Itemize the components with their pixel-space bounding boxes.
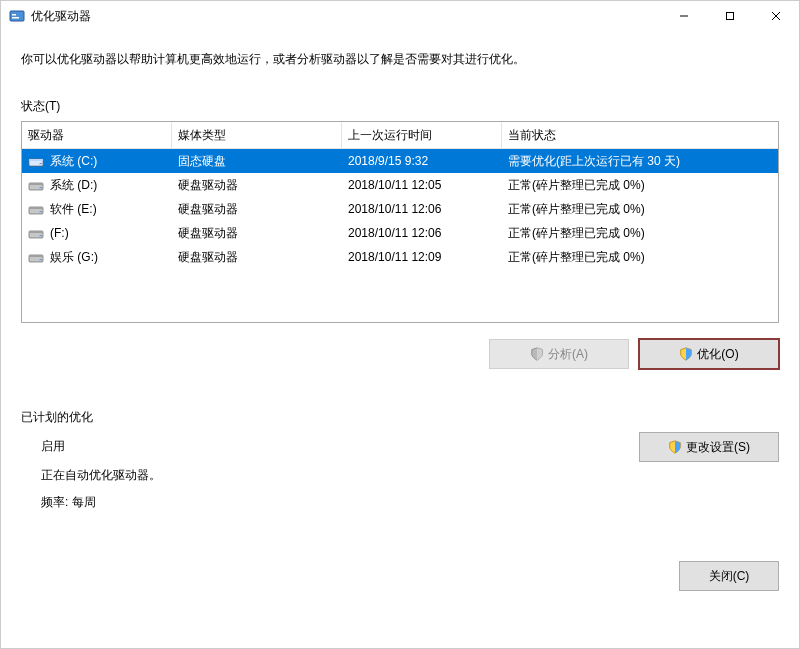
table-header: 驱动器 媒体类型 上一次运行时间 当前状态 (22, 122, 778, 149)
svg-rect-21 (40, 259, 43, 260)
optimize-button-label: 优化(O) (697, 346, 738, 363)
cell-drive: (F:) (22, 226, 172, 240)
drive-icon (28, 179, 44, 191)
cell-status: 正常(碎片整理已完成 0%) (502, 201, 778, 218)
cell-last-run: 2018/10/11 12:06 (342, 226, 502, 240)
cell-last-run: 2018/10/11 12:05 (342, 178, 502, 192)
cell-media: 固态硬盘 (172, 153, 342, 170)
window-controls (661, 1, 799, 31)
svg-rect-20 (29, 255, 43, 257)
schedule-frequency-text: 频率: 每周 (41, 494, 639, 511)
table-buttons: 分析(A) 优化(O) (21, 339, 779, 369)
cell-drive: 系统 (D:) (22, 177, 172, 194)
maximize-button[interactable] (707, 1, 753, 31)
svg-rect-8 (29, 159, 43, 161)
svg-rect-1 (12, 14, 16, 16)
footer: 关闭(C) (21, 511, 779, 591)
status-section-label: 状态(T) (21, 98, 779, 115)
drives-table: 驱动器 媒体类型 上一次运行时间 当前状态 系统 (C:)固态硬盘2018/9/… (21, 121, 779, 323)
drive-name-text: 娱乐 (G:) (50, 249, 98, 266)
table-row[interactable]: 软件 (E:)硬盘驱动器2018/10/11 12:06正常(碎片整理已完成 0… (22, 197, 778, 221)
cell-last-run: 2018/10/11 12:06 (342, 202, 502, 216)
cell-status: 正常(碎片整理已完成 0%) (502, 177, 778, 194)
drive-icon (28, 155, 44, 167)
drive-icon (28, 251, 44, 263)
cell-status: 需要优化(距上次运行已有 30 天) (502, 153, 778, 170)
analyze-button-label: 分析(A) (548, 346, 588, 363)
cell-last-run: 2018/9/15 9:32 (342, 154, 502, 168)
optimize-button[interactable]: 优化(O) (639, 339, 779, 369)
schedule-section-label: 已计划的优化 (21, 409, 779, 426)
svg-rect-2 (12, 17, 19, 19)
shield-icon (530, 347, 544, 361)
svg-rect-12 (40, 187, 43, 188)
schedule-enabled-label: 启用 (41, 438, 639, 455)
cell-drive: 软件 (E:) (22, 201, 172, 218)
drive-name-text: 系统 (D:) (50, 177, 97, 194)
drive-icon (28, 227, 44, 239)
svg-rect-18 (40, 235, 43, 236)
cell-status: 正常(碎片整理已完成 0%) (502, 249, 778, 266)
col-header-status[interactable]: 当前状态 (502, 122, 778, 148)
window: 优化驱动器 你可以优化驱动器以帮助计算机更高效地运行，或者分析驱动器以了解是否需… (0, 0, 800, 649)
cell-media: 硬盘驱动器 (172, 177, 342, 194)
col-header-last[interactable]: 上一次运行时间 (342, 122, 502, 148)
titlebar: 优化驱动器 (1, 1, 799, 31)
cell-last-run: 2018/10/11 12:09 (342, 250, 502, 264)
svg-rect-14 (29, 207, 43, 209)
table-row[interactable]: 娱乐 (G:)硬盘驱动器2018/10/11 12:09正常(碎片整理已完成 0… (22, 245, 778, 269)
shield-icon (668, 440, 682, 454)
col-header-media[interactable]: 媒体类型 (172, 122, 342, 148)
drive-icon (28, 203, 44, 215)
svg-rect-17 (29, 231, 43, 233)
col-header-drive[interactable]: 驱动器 (22, 122, 172, 148)
svg-rect-4 (727, 13, 734, 20)
window-body: 你可以优化驱动器以帮助计算机更高效地运行，或者分析驱动器以了解是否需要对其进行优… (1, 31, 799, 648)
change-settings-button[interactable]: 更改设置(S) (639, 432, 779, 462)
cell-status: 正常(碎片整理已完成 0%) (502, 225, 778, 242)
drive-name-text: (F:) (50, 226, 69, 240)
drive-name-text: 软件 (E:) (50, 201, 97, 218)
cell-media: 硬盘驱动器 (172, 249, 342, 266)
table-row[interactable]: (F:)硬盘驱动器2018/10/11 12:06正常(碎片整理已完成 0%) (22, 221, 778, 245)
cell-media: 硬盘驱动器 (172, 225, 342, 242)
schedule-text: 启用 正在自动优化驱动器。 频率: 每周 (21, 432, 639, 511)
change-settings-button-label: 更改设置(S) (686, 439, 750, 456)
svg-rect-11 (29, 183, 43, 185)
svg-rect-9 (40, 163, 43, 164)
cell-drive: 系统 (C:) (22, 153, 172, 170)
minimize-button[interactable] (661, 1, 707, 31)
description-text: 你可以优化驱动器以帮助计算机更高效地运行，或者分析驱动器以了解是否需要对其进行优… (21, 51, 779, 68)
close-button[interactable] (753, 1, 799, 31)
close-dialog-button-label: 关闭(C) (709, 568, 750, 585)
schedule-status-text: 正在自动优化驱动器。 (41, 467, 639, 484)
analyze-button[interactable]: 分析(A) (489, 339, 629, 369)
cell-media: 硬盘驱动器 (172, 201, 342, 218)
table-body: 系统 (C:)固态硬盘2018/9/15 9:32需要优化(距上次运行已有 30… (22, 149, 778, 269)
shield-icon (679, 347, 693, 361)
defrag-app-icon (9, 8, 25, 24)
table-row[interactable]: 系统 (C:)固态硬盘2018/9/15 9:32需要优化(距上次运行已有 30… (22, 149, 778, 173)
svg-rect-15 (40, 211, 43, 212)
drive-name-text: 系统 (C:) (50, 153, 97, 170)
schedule-section: 已计划的优化 启用 正在自动优化驱动器。 频率: 每周 更改设置(S) (21, 409, 779, 511)
close-dialog-button[interactable]: 关闭(C) (679, 561, 779, 591)
window-title: 优化驱动器 (31, 8, 661, 25)
cell-drive: 娱乐 (G:) (22, 249, 172, 266)
schedule-body: 启用 正在自动优化驱动器。 频率: 每周 更改设置(S) (21, 432, 779, 511)
table-row[interactable]: 系统 (D:)硬盘驱动器2018/10/11 12:05正常(碎片整理已完成 0… (22, 173, 778, 197)
svg-rect-0 (10, 11, 24, 21)
